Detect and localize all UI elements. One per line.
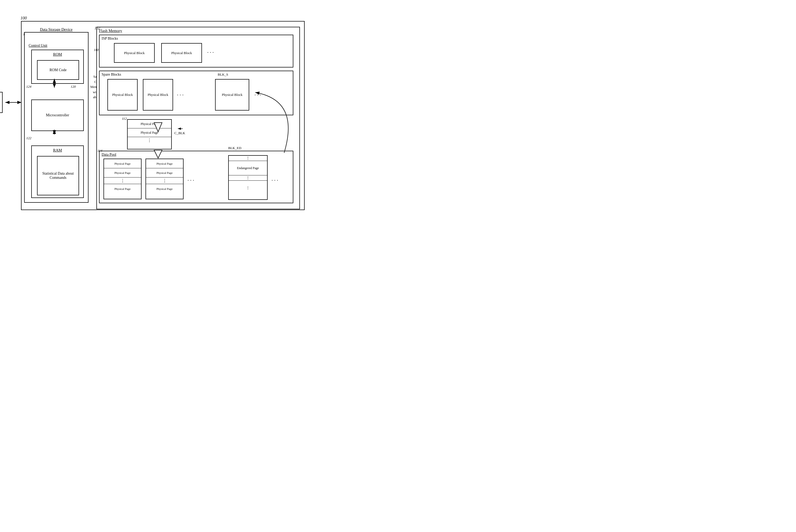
spare-dots-2: · · · <box>254 92 261 98</box>
ref-124: 124 <box>26 84 32 89</box>
ram-label: RAM <box>32 148 83 153</box>
rom-label: ROM <box>32 52 83 57</box>
data-pool-label: Data Pool <box>102 153 116 157</box>
microcontroller-box: Microcontroller <box>31 99 84 131</box>
statistical-data-label: Statistical Data about Commands <box>39 171 77 180</box>
endangered-col: ⋮ Endangered Page ⋮ ⋮ <box>228 155 268 200</box>
dp-dots-2: · · · <box>271 177 278 184</box>
ref-110: 110 <box>94 48 99 52</box>
dp-col2-page1: Physical Page <box>146 159 183 168</box>
ref-120: 120 <box>71 84 76 89</box>
spare-physical-block-1: Physical Block <box>108 79 138 111</box>
ref-100: 100 <box>20 16 27 20</box>
control-unit-box: Control Unit ROM ROM Code 124 120 Microc… <box>24 32 89 203</box>
flash-memory-box: Flash Memory ISP Blocks Physical Block P… <box>96 27 300 209</box>
endangered-dots-mid: ⋮ <box>229 175 267 180</box>
dp-col1-page1: Physical Page <box>104 159 141 168</box>
spare-physical-block-2: Physical Block <box>143 79 173 111</box>
statistical-data-box: Statistical Data about Commands <box>37 156 79 195</box>
endangered-page-label: Endangered Page <box>229 161 267 175</box>
data-storage-device-box: Data Storage Device 104 Control Unit ROM… <box>21 21 305 210</box>
rom-box: ROM ROM Code <box>31 50 84 84</box>
dp-dots: · · · <box>188 177 194 184</box>
endangered-dots-top: ⋮ <box>229 156 267 161</box>
microcontroller-label: Microcontroller <box>46 113 69 117</box>
spare-blocks-box: Spare Blocks Physical Block Physical Blo… <box>99 71 293 115</box>
ref-122: 122 <box>26 136 32 140</box>
cblk-dots: ⋮ <box>128 137 171 144</box>
blk-s-label: BLK_S <box>218 73 228 77</box>
ref-112: 112 <box>122 117 127 121</box>
host-box: Host <box>0 92 3 113</box>
data-pool-col1: Physical Page Physical Page ⋮ Physical P… <box>103 158 141 199</box>
isp-physical-block-2: Physical Block <box>161 43 202 63</box>
dp-col2-page3: Physical Page <box>146 184 183 193</box>
ref-114: 114 <box>97 149 102 153</box>
rom-code-box: ROM Code <box>37 60 79 80</box>
spare-blocks-label: Spare Blocks <box>102 73 121 77</box>
dsd-label: Data Storage Device <box>40 27 73 32</box>
control-unit-label: Control Unit <box>29 43 47 48</box>
c-blk-label: C_BLK <box>174 131 185 135</box>
spare-dots-1: · · · <box>177 92 184 98</box>
spare-physical-block-blks: Physical Block <box>215 79 249 111</box>
ref-102: 102 <box>95 26 100 31</box>
dp-col1-dots: ⋮ <box>104 177 141 184</box>
dp-col2-dots: ⋮ <box>146 177 183 184</box>
data-pool-col2: Physical Page Physical Page ⋮ Physical P… <box>146 158 184 199</box>
isp-blocks-label: ISP Blocks <box>102 37 118 41</box>
dp-col1-page2: Physical Page <box>104 168 141 177</box>
flash-memory-label: Flash Memory <box>99 28 122 33</box>
endangered-dots-bot: ⋮ <box>229 180 267 195</box>
cblk-page-2: Physical Page <box>128 128 171 137</box>
isp-blocks-box: ISP Blocks Physical Block Physical Block… <box>99 35 293 68</box>
cblk-box: Physical Page Physical Page ⋮ <box>127 119 172 149</box>
dp-col1-page3: Physical Page <box>104 184 141 193</box>
rom-code-label: ROM Code <box>50 68 67 72</box>
blk-ed-label: BLK_ED <box>228 146 241 150</box>
isp-physical-block-1: Physical Block <box>114 43 155 63</box>
ram-box: RAM Statistical Data about Commands <box>31 146 84 198</box>
isp-dots: · · · <box>207 50 214 56</box>
data-pool-box: Data Pool Physical Page Physical Page ⋮ … <box>99 151 293 203</box>
dp-col2-page2: Physical Page <box>146 168 183 177</box>
cblk-page-1: Physical Page <box>128 120 171 128</box>
